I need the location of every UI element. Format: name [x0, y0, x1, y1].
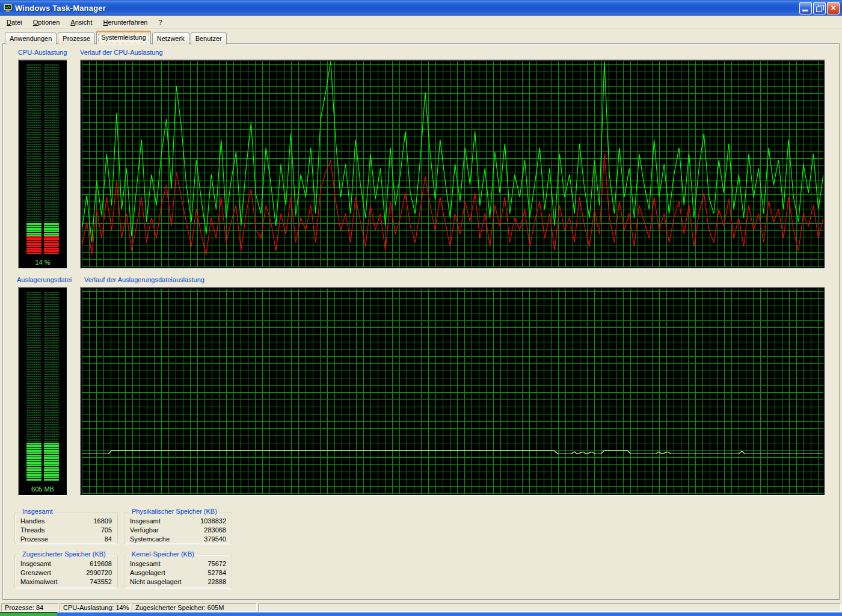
cpu-history-lines: [82, 61, 823, 267]
stat-value: 379540: [204, 535, 226, 544]
stat-value: 16809: [93, 517, 112, 526]
group-commit-charge-title: Zugesicherter Speicher (KB): [20, 550, 108, 558]
stat-label: Handles: [20, 517, 45, 526]
stat-label: Threads: [20, 526, 45, 535]
restore-button[interactable]: [813, 2, 826, 14]
pagefile-history-graph: [80, 287, 825, 496]
taskbar-strip: [57, 612, 842, 616]
stat-value: 1038832: [200, 517, 226, 526]
tab-netzwerk[interactable]: Netzwerk: [152, 32, 189, 45]
stat-value: 619608: [90, 559, 112, 568]
menubar: Datei Optionen Ansicht Herunterfahren ?: [0, 16, 842, 29]
cpu-history-graph: [80, 60, 825, 269]
stat-value: 2990720: [86, 568, 112, 578]
stat-value: 84: [105, 535, 112, 544]
stat-label: Maximalwert: [20, 578, 58, 587]
group-physical-memory: Physikalischer Speicher (KB) Insgesamt10…: [124, 512, 232, 544]
cpu-gauge-label: CPU-Auslastung: [18, 49, 67, 56]
titlebar: Windows Task-Manager ×: [0, 0, 842, 16]
pagefile-history-line: [82, 289, 823, 494]
cpu-gauge-divider: [41, 64, 44, 254]
cpu-history-label: Verlauf der CPU-Auslastung: [80, 49, 163, 56]
group-physical-memory-title: Physikalischer Speicher (KB): [129, 508, 220, 515]
close-button[interactable]: ×: [827, 2, 840, 14]
group-kernel-memory-title: Kernel-Speicher (KB): [129, 550, 197, 558]
stat-label: Verfügbar: [130, 526, 159, 535]
menu-item-datei[interactable]: Datei: [1, 17, 28, 28]
tab-systemleistung[interactable]: Systemleistung: [96, 31, 151, 45]
minimize-button[interactable]: [799, 2, 812, 14]
stat-value: 283068: [204, 526, 226, 535]
stat-value: 743552: [90, 578, 112, 587]
start-button-edge[interactable]: [0, 612, 57, 616]
taskbar-edge: [0, 612, 842, 616]
pagefile-history-plot: [82, 289, 823, 494]
cpu-history-plot: [82, 61, 823, 267]
pagefile-gauge-value: 605 MB: [19, 485, 67, 493]
stat-value: 75672: [207, 559, 226, 568]
group-totals-title: Insgesamt: [20, 508, 55, 515]
stat-value: 52784: [207, 568, 226, 578]
menu-item-optionen[interactable]: Optionen: [28, 17, 66, 28]
menu-item-ansicht[interactable]: Ansicht: [65, 17, 97, 28]
group-kernel-memory: Kernel-Speicher (KB) Insgesamt75672 Ausg…: [124, 555, 232, 588]
status-cpu-usage: CPU-Auslastung: 14%: [60, 603, 131, 612]
cpu-gauge-value: 14 %: [19, 259, 67, 266]
tab-anwendungen[interactable]: Anwendungen: [5, 32, 57, 45]
stat-label: Insgesamt: [20, 559, 51, 568]
tabstrip: Anwendungen Prozesse Systemleistung Netz…: [5, 31, 228, 45]
menu-item-hilfe[interactable]: ?: [153, 17, 167, 28]
group-totals: Insgesamt Handles16809 Threads705 Prozes…: [14, 512, 118, 544]
group-commit-charge: Zugesicherter Speicher (KB) Insgesamt619…: [14, 555, 118, 588]
stat-label: Ausgelagert: [130, 568, 165, 578]
pagefile-gauge: 605 MB: [18, 287, 67, 496]
stat-value: 22888: [207, 578, 226, 587]
status-processes: Prozesse: 84: [1, 603, 58, 612]
stat-value: 705: [101, 526, 112, 535]
stat-label: Grenzwert: [20, 568, 51, 578]
tab-benutzer[interactable]: Benutzer: [191, 32, 227, 45]
stat-label: Nicht ausgelagert: [130, 578, 182, 587]
window-title: Windows Task-Manager: [15, 4, 106, 13]
pagefile-history-label: Verlauf der Auslagerungsdateiauslastung: [84, 276, 204, 283]
pagefile-gauge-divider: [41, 291, 44, 481]
stat-label: Insgesamt: [130, 517, 161, 526]
cpu-gauge-led-area: [26, 64, 59, 254]
menu-item-herunterfahren[interactable]: Herunterfahren: [97, 17, 153, 28]
cpu-gauge: 14 %: [18, 60, 67, 269]
window-controls: ×: [799, 2, 840, 14]
app-icon: [3, 3, 13, 13]
pagefile-gauge-led-area: [26, 291, 59, 481]
tab-prozesse[interactable]: Prozesse: [58, 32, 95, 45]
pagefile-gauge-label: Auslagerungsdatei: [17, 276, 72, 283]
stat-label: Prozesse: [20, 535, 48, 544]
status-commit-charge: Zugesicherter Speicher: 605M: [132, 603, 257, 612]
stat-label: Insgesamt: [130, 559, 161, 568]
stat-label: Systemcache: [130, 535, 170, 544]
statusbar: Prozesse: 84 CPU-Auslastung: 14% Zugesic…: [0, 603, 842, 612]
status-filler: [258, 603, 841, 612]
